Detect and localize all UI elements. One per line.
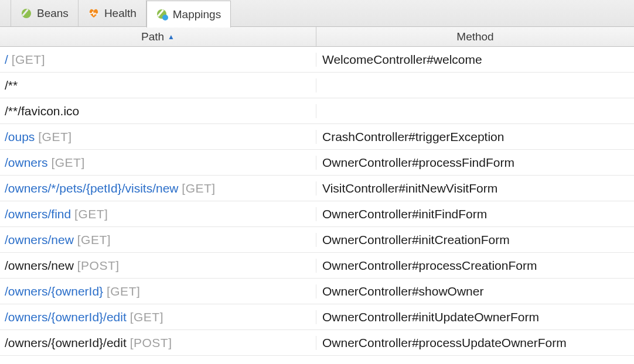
- path-link[interactable]: /owners/{ownerId}/edit: [5, 310, 127, 324]
- cell-path: /oups [GET]: [0, 130, 316, 144]
- cell-method: OwnerController#processUpdateOwnerForm: [316, 336, 634, 350]
- http-method-badge: [GET]: [38, 130, 71, 143]
- sort-asc-icon: ▲: [168, 33, 175, 41]
- cell-method: OwnerController#processCreationForm: [316, 259, 634, 273]
- path-link[interactable]: /: [5, 53, 8, 66]
- cell-path: /owners/{ownerId} [GET]: [0, 284, 316, 298]
- tab-beans[interactable]: Beans: [11, 0, 79, 26]
- table-header: Path ▲ Method: [0, 27, 634, 47]
- svg-point-4: [162, 15, 168, 20]
- path-link[interactable]: /owners/{ownerId}: [5, 284, 103, 298]
- tab-label: Beans: [37, 7, 69, 20]
- table-row[interactable]: /owners/*/pets/{petId}/visits/new [GET]V…: [0, 176, 634, 201]
- cell-path: /owners/new [GET]: [0, 233, 316, 247]
- cell-method: OwnerController#initFindForm: [316, 207, 634, 221]
- cell-path: /**/favicon.ico: [0, 104, 316, 118]
- table-row[interactable]: / [GET]WelcomeController#welcome: [0, 47, 634, 73]
- table-row[interactable]: /owners/{ownerId} [GET]OwnerController#s…: [0, 279, 634, 304]
- path-link[interactable]: /owners/find: [5, 207, 71, 221]
- tab-mappings[interactable]: Mappings: [146, 1, 231, 28]
- table-row[interactable]: /oups [GET]CrashController#triggerExcept…: [0, 124, 634, 150]
- path-text: /**: [5, 78, 18, 92]
- cell-method: OwnerController#showOwner: [316, 284, 634, 298]
- path-link[interactable]: /owners/*/pets/{petId}/visits/new: [5, 181, 179, 195]
- cell-path: /owners/*/pets/{petId}/visits/new [GET]: [0, 181, 316, 195]
- column-header-label: Method: [456, 30, 493, 43]
- cell-path: /owners [GET]: [0, 156, 316, 170]
- http-method-badge: [GET]: [77, 233, 111, 246]
- column-header-method[interactable]: Method: [316, 27, 634, 46]
- table-row[interactable]: /owners/new [POST]OwnerController#proces…: [0, 253, 634, 279]
- http-method-badge: [GET]: [182, 181, 215, 195]
- cell-method: VisitController#initNewVisitForm: [316, 181, 634, 195]
- tab-label: Mappings: [173, 8, 221, 21]
- mappings-table-body: / [GET]WelcomeController#welcome/**/**/f…: [0, 47, 634, 356]
- http-method-badge: [GET]: [74, 207, 108, 221]
- cell-method: CrashController#triggerException: [316, 130, 634, 144]
- table-row[interactable]: /**: [0, 73, 634, 98]
- cell-path: /owners/new [POST]: [0, 259, 316, 273]
- path-text: /**/favicon.ico: [5, 104, 79, 118]
- http-method-badge: [GET]: [51, 156, 84, 169]
- http-method-badge: [GET]: [130, 310, 163, 324]
- cell-path: /owners/{ownerId}/edit [POST]: [0, 336, 316, 350]
- http-method-badge: [GET]: [107, 284, 140, 298]
- table-row[interactable]: /owners/new [GET]OwnerController#initCre…: [0, 227, 634, 253]
- path-link[interactable]: /owners: [5, 156, 48, 169]
- table-row[interactable]: /owners/{ownerId}/edit [GET]OwnerControl…: [0, 304, 634, 330]
- tabbar: Beans Health Mappings: [0, 0, 634, 27]
- cell-path: /**: [0, 78, 316, 92]
- cell-path: / [GET]: [0, 53, 316, 67]
- column-header-path[interactable]: Path ▲: [0, 27, 316, 46]
- http-method-badge: [POST]: [77, 259, 120, 272]
- cell-method: WelcomeController#welcome: [316, 53, 634, 67]
- bean-blue-icon: [156, 9, 168, 20]
- path-link[interactable]: /oups: [5, 130, 35, 143]
- tab-health[interactable]: Health: [79, 0, 146, 26]
- cell-method: OwnerController#processFindForm: [316, 156, 634, 170]
- table-row[interactable]: /owners [GET]OwnerController#processFind…: [0, 150, 634, 176]
- http-method-badge: [POST]: [130, 336, 172, 349]
- table-row[interactable]: /**/favicon.ico: [0, 98, 634, 124]
- path-text: /owners/new: [5, 259, 74, 272]
- cell-path: /owners/find [GET]: [0, 207, 316, 221]
- cell-method: OwnerController#initUpdateOwnerForm: [316, 310, 634, 324]
- tab-label: Health: [104, 7, 137, 20]
- column-header-label: Path: [141, 30, 164, 43]
- table-row[interactable]: /owners/{ownerId}/edit [POST]OwnerContro…: [0, 330, 634, 356]
- bean-icon: [21, 8, 32, 19]
- cell-method: OwnerController#initCreationForm: [316, 233, 634, 247]
- cell-path: /owners/{ownerId}/edit [GET]: [0, 310, 316, 324]
- http-method-badge: [GET]: [12, 53, 45, 66]
- path-text: /owners/{ownerId}/edit: [5, 336, 127, 349]
- heart-icon: [88, 8, 100, 19]
- path-link[interactable]: /owners/new: [5, 233, 74, 246]
- table-row[interactable]: /owners/find [GET]OwnerController#initFi…: [0, 201, 634, 227]
